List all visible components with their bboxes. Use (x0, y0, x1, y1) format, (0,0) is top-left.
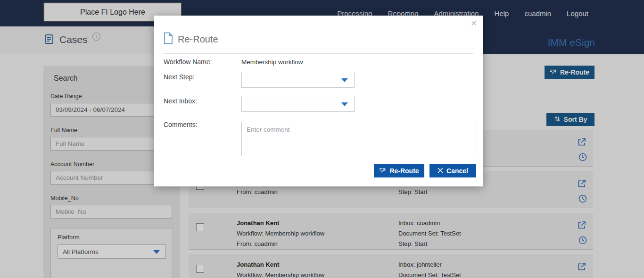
modal-title: Re-Route (178, 34, 218, 45)
comment-textarea[interactable] (241, 122, 476, 156)
document-icon (164, 32, 173, 46)
next-step-label: Next Step: (164, 73, 194, 81)
reroute-modal: × Re-Route Workflow Name: Membership wor… (154, 16, 483, 186)
modal-reroute-button-label: Re-Route (389, 167, 419, 175)
next-inbox-dropdown[interactable] (241, 96, 355, 112)
next-step-dropdown[interactable] (241, 72, 355, 88)
comments-label: Comments: (164, 121, 198, 128)
chevron-down-icon (341, 78, 348, 82)
reroute-icon (379, 167, 386, 175)
workflow-name-value: Membership workflow (241, 59, 303, 66)
modal-reroute-button[interactable]: Re-Route (374, 164, 424, 177)
chevron-down-icon (341, 102, 348, 106)
divider (164, 53, 473, 54)
close-icon[interactable]: × (471, 17, 477, 29)
modal-cancel-button-label: Cancel (446, 167, 468, 175)
cancel-x-icon (438, 167, 443, 175)
modal-cancel-button[interactable]: Cancel (429, 164, 476, 177)
workflow-name-label: Workflow Name: (164, 58, 212, 66)
next-inbox-label: Next Inbox: (164, 97, 197, 105)
